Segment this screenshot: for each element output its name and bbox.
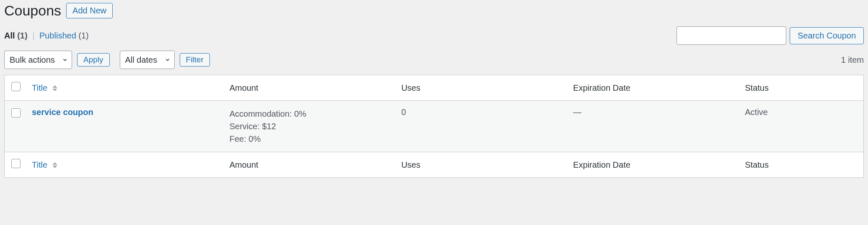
- column-title[interactable]: Title: [27, 75, 225, 101]
- amount-service: Service: $12: [230, 120, 391, 133]
- filter-button[interactable]: Filter: [180, 53, 210, 66]
- select-all-checkbox[interactable]: [11, 82, 21, 91]
- column-uses-bottom: Uses: [396, 152, 568, 178]
- page-title: Coupons: [4, 3, 61, 19]
- row-expiration: —: [568, 101, 740, 152]
- column-expiration-bottom: Expiration Date: [568, 152, 740, 178]
- filter-all-count: (1): [17, 31, 27, 40]
- filter-published-label: Published: [39, 31, 76, 40]
- filter-published[interactable]: Published (1): [39, 31, 89, 40]
- search-button[interactable]: Search Coupon: [790, 27, 864, 44]
- column-status-bottom: Status: [740, 152, 863, 178]
- filter-all[interactable]: All (1): [4, 31, 30, 40]
- row-checkbox[interactable]: [11, 108, 21, 118]
- items-count: 1 item: [841, 55, 864, 65]
- column-title-bottom[interactable]: Title: [27, 152, 225, 178]
- search-input[interactable]: [677, 26, 786, 45]
- filter-all-label: All: [4, 31, 15, 40]
- separator: |: [30, 31, 37, 40]
- column-title-label: Title: [32, 160, 47, 169]
- select-all-checkbox-bottom[interactable]: [11, 159, 21, 168]
- column-status: Status: [740, 75, 863, 101]
- apply-button[interactable]: Apply: [77, 53, 110, 66]
- column-expiration: Expiration Date: [568, 75, 740, 101]
- column-amount-bottom: Amount: [225, 152, 396, 178]
- table-row: service coupon Accommodation: 0% Service…: [5, 101, 864, 152]
- row-status: Active: [740, 101, 863, 152]
- sort-icon: [52, 162, 57, 168]
- amount-accommodation: Accommodation: 0%: [230, 107, 391, 120]
- column-title-label: Title: [32, 83, 47, 92]
- coupons-table: Title Amount Uses Expiration Date Status…: [4, 75, 864, 178]
- add-new-button[interactable]: Add New: [66, 3, 113, 18]
- column-amount: Amount: [225, 75, 396, 101]
- dates-select[interactable]: All dates: [120, 51, 175, 69]
- filter-published-count: (1): [78, 31, 88, 40]
- bulk-actions-select[interactable]: Bulk actions: [4, 51, 72, 69]
- status-filters: All (1) | Published (1): [4, 31, 89, 41]
- column-uses: Uses: [396, 75, 568, 101]
- sort-icon: [52, 85, 57, 91]
- amount-fee: Fee: 0%: [230, 133, 391, 145]
- coupon-title-link[interactable]: service coupon: [32, 107, 93, 117]
- row-uses: 0: [396, 101, 568, 152]
